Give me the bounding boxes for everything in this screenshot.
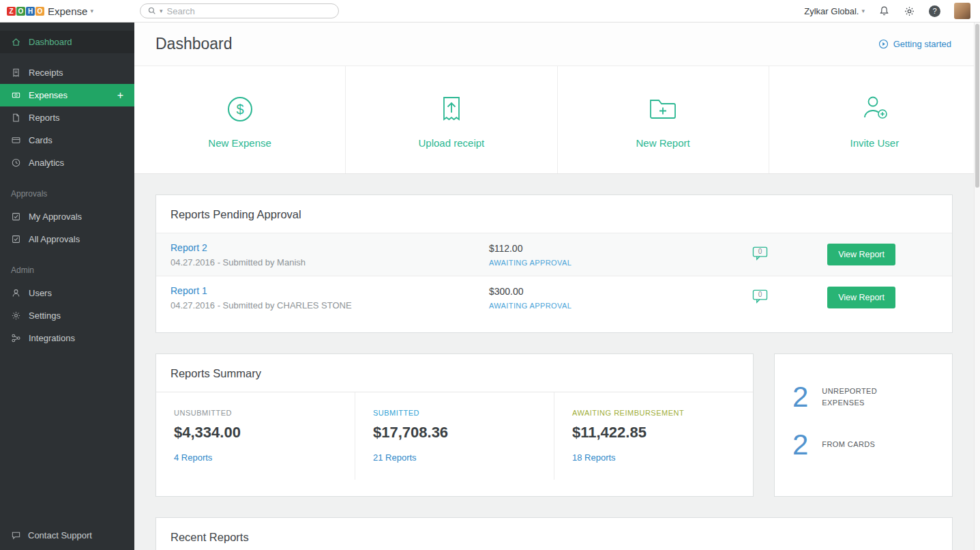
gear-icon bbox=[11, 310, 21, 321]
user-icon bbox=[11, 288, 21, 298]
dollar-circle-icon: $ bbox=[222, 91, 258, 127]
product-name: Expense bbox=[48, 5, 87, 17]
sidebar-section-approvals: Approvals bbox=[0, 174, 134, 205]
folder-plus-icon bbox=[645, 91, 681, 127]
logo-letter-tile: O bbox=[35, 7, 44, 16]
summary-amount: $11,422.85 bbox=[572, 424, 735, 442]
pending-report-row: Report 2 04.27.2016 - Submitted by Manis… bbox=[156, 233, 952, 276]
scrollbar-thumb[interactable] bbox=[975, 24, 979, 188]
comment-count-value: 0 bbox=[752, 291, 768, 298]
count-value: 2 bbox=[792, 431, 808, 459]
comment-bubble-icon[interactable]: 0 bbox=[752, 289, 768, 304]
search-input[interactable] bbox=[167, 6, 331, 16]
help-icon[interactable] bbox=[929, 5, 940, 17]
sidebar-item-receipts[interactable]: Receipts bbox=[0, 61, 134, 84]
gear-icon[interactable] bbox=[904, 5, 915, 17]
report-amount: $112.00 bbox=[489, 243, 752, 254]
sidebar-item-label: Analytics bbox=[29, 158, 64, 168]
count-value: 2 bbox=[792, 383, 808, 411]
report-amount-status: $112.00 AWAITING APPROVAL bbox=[489, 243, 752, 267]
summary-columns: UNSUBMITTED $4,334.00 4 Reports SUBMITTE… bbox=[156, 392, 753, 480]
zoho-expense-logo[interactable]: Z O H O Expense bbox=[0, 5, 134, 17]
vertical-scrollbar[interactable] bbox=[974, 23, 980, 550]
report-icon bbox=[11, 113, 21, 123]
play-circle-icon bbox=[878, 39, 889, 49]
card-title: Recent Reports bbox=[156, 518, 952, 550]
integration-icon bbox=[11, 333, 21, 343]
report-status: AWAITING APPROVAL bbox=[489, 259, 752, 267]
comment-bubble-icon[interactable]: 0 bbox=[752, 246, 768, 261]
sidebar-item-settings[interactable]: Settings bbox=[0, 304, 134, 327]
new-report-action[interactable]: New Report bbox=[557, 66, 769, 173]
product-switcher-caret-icon[interactable] bbox=[90, 8, 93, 14]
expense-counts-card: 2 UNREPORTED EXPENSES 2 FROM CARDS bbox=[774, 353, 953, 497]
card-title: Reports Pending Approval bbox=[156, 195, 952, 233]
check-square-icon bbox=[11, 234, 21, 244]
report-name-link[interactable]: Report 2 bbox=[170, 242, 207, 253]
card-icon bbox=[11, 135, 21, 145]
summary-reports-link[interactable]: 21 Reports bbox=[373, 452, 417, 463]
logo-letter-tile: H bbox=[26, 7, 35, 16]
contact-support-label: Contact Support bbox=[28, 530, 92, 540]
from-cards-count[interactable]: 2 FROM CARDS bbox=[775, 421, 952, 469]
search-scope-caret-icon[interactable] bbox=[160, 8, 163, 14]
count-label: FROM CARDS bbox=[822, 439, 875, 450]
sidebar-item-label: Users bbox=[29, 288, 52, 298]
unreported-expenses-count[interactable]: 2 UNREPORTED EXPENSES bbox=[775, 373, 952, 421]
summary-label: UNSUBMITTED bbox=[174, 409, 337, 417]
count-label: UNREPORTED EXPENSES bbox=[822, 386, 897, 409]
sidebar-item-my-approvals[interactable]: My Approvals bbox=[0, 205, 134, 228]
sidebar-item-label: Dashboard bbox=[29, 37, 72, 47]
getting-started-label: Getting started bbox=[893, 39, 951, 49]
summary-amount: $17,708.36 bbox=[373, 424, 536, 442]
quick-action-label: New Expense bbox=[208, 137, 271, 149]
sidebar-item-expenses[interactable]: Expenses bbox=[0, 84, 134, 106]
bell-icon[interactable] bbox=[878, 5, 890, 17]
card-title: Reports Summary bbox=[156, 354, 753, 392]
upload-receipt-action[interactable]: Upload receipt bbox=[345, 66, 556, 173]
report-meta: 04.27.2016 - Submitted by CHARLES STONE bbox=[170, 300, 489, 310]
summary-label: AWAITING REIMBURSEMENT bbox=[572, 409, 735, 417]
summary-col-awaiting-reimbursement: AWAITING REIMBURSEMENT $11,422.85 18 Rep… bbox=[554, 392, 753, 480]
summary-reports-link[interactable]: 4 Reports bbox=[174, 452, 212, 463]
contact-support[interactable]: Contact Support bbox=[0, 521, 134, 550]
reports-pending-approval-card: Reports Pending Approval Report 2 04.27.… bbox=[155, 194, 953, 333]
summary-reports-link[interactable]: 18 Reports bbox=[572, 452, 616, 463]
sidebar-item-label: Reports bbox=[29, 113, 60, 123]
quick-action-label: Invite User bbox=[850, 137, 900, 149]
add-expense-plus-icon[interactable] bbox=[117, 89, 123, 102]
sidebar-item-label: All Approvals bbox=[29, 234, 80, 244]
summary-col-submitted: SUBMITTED $17,708.36 21 Reports bbox=[355, 392, 554, 480]
global-search[interactable] bbox=[140, 3, 339, 18]
sidebar-item-users[interactable]: Users bbox=[0, 282, 134, 304]
sidebar-item-analytics[interactable]: Analytics bbox=[0, 151, 134, 174]
chat-icon bbox=[11, 530, 21, 540]
user-plus-icon bbox=[857, 91, 892, 127]
invite-user-action[interactable]: Invite User bbox=[769, 66, 980, 173]
summary-amount: $4,334.00 bbox=[174, 424, 337, 442]
summary-col-unsubmitted: UNSUBMITTED $4,334.00 4 Reports bbox=[156, 392, 355, 480]
view-report-button[interactable]: View Report bbox=[827, 244, 895, 265]
getting-started-link[interactable]: Getting started bbox=[878, 39, 951, 49]
sidebar-item-all-approvals[interactable]: All Approvals bbox=[0, 228, 134, 250]
view-report-button[interactable]: View Report bbox=[827, 287, 895, 308]
app-body: Dashboard Receipts Expenses Reports Card… bbox=[0, 23, 980, 550]
page-title: Dashboard bbox=[155, 35, 233, 53]
sidebar-item-reports[interactable]: Reports bbox=[0, 106, 134, 129]
org-switcher[interactable]: Zylkar Global. bbox=[804, 6, 865, 16]
sidebar-item-label: My Approvals bbox=[29, 212, 82, 222]
sidebar-item-label: Expenses bbox=[29, 90, 68, 100]
org-name-label: Zylkar Global. bbox=[804, 6, 859, 16]
sidebar-item-dashboard[interactable]: Dashboard bbox=[0, 31, 134, 53]
receipt-icon bbox=[11, 68, 21, 78]
report-name-link[interactable]: Report 1 bbox=[170, 285, 207, 296]
new-expense-action[interactable]: $ New Expense bbox=[134, 66, 345, 173]
sidebar-item-integrations[interactable]: Integrations bbox=[0, 327, 134, 349]
avatar[interactable] bbox=[954, 3, 970, 19]
dashboard-content: Reports Pending Approval Report 2 04.27.… bbox=[134, 174, 980, 550]
check-square-icon bbox=[11, 212, 21, 222]
page-header: Dashboard Getting started bbox=[134, 23, 980, 66]
sidebar-item-cards[interactable]: Cards bbox=[0, 129, 134, 151]
sidebar-item-label: Cards bbox=[29, 135, 53, 145]
sidebar-item-label: Integrations bbox=[29, 333, 75, 343]
